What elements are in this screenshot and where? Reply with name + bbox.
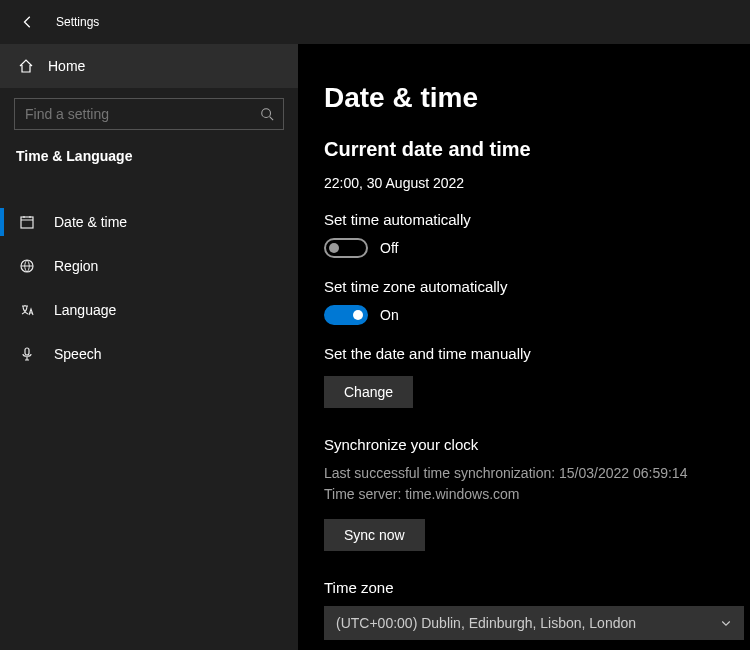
home-icon bbox=[18, 58, 34, 74]
globe-icon bbox=[18, 258, 36, 274]
page-title: Date & time bbox=[324, 82, 724, 114]
auto-time-label: Set time automatically bbox=[324, 211, 724, 228]
svg-point-0 bbox=[262, 109, 271, 118]
change-button[interactable]: Change bbox=[324, 376, 413, 408]
sidebar-home[interactable]: Home bbox=[0, 44, 298, 88]
sync-heading: Synchronize your clock bbox=[324, 436, 724, 453]
language-icon bbox=[18, 302, 36, 318]
titlebar: Settings bbox=[0, 0, 750, 44]
search-icon bbox=[260, 107, 274, 121]
manual-datetime-label: Set the date and time manually bbox=[324, 345, 724, 362]
auto-timezone-state: On bbox=[380, 307, 399, 323]
sidebar-item-region[interactable]: Region bbox=[0, 244, 298, 288]
chevron-down-icon bbox=[720, 617, 732, 629]
svg-rect-3 bbox=[25, 348, 29, 355]
auto-timezone-label: Set time zone automatically bbox=[324, 278, 724, 295]
current-datetime-value: 22:00, 30 August 2022 bbox=[324, 175, 724, 191]
sync-server: Time server: time.windows.com bbox=[324, 484, 724, 505]
timezone-select[interactable]: (UTC+00:00) Dublin, Edinburgh, Lisbon, L… bbox=[324, 606, 744, 640]
sidebar-item-label: Language bbox=[54, 302, 116, 318]
auto-timezone-toggle[interactable] bbox=[324, 305, 368, 325]
sidebar-section-label: Time & Language bbox=[0, 138, 298, 180]
sidebar: Home Time & Language Date & time Region bbox=[0, 44, 298, 650]
calendar-icon bbox=[18, 214, 36, 230]
microphone-icon bbox=[18, 346, 36, 362]
timezone-label: Time zone bbox=[324, 579, 724, 596]
auto-time-toggle[interactable] bbox=[324, 238, 368, 258]
sidebar-item-language[interactable]: Language bbox=[0, 288, 298, 332]
timezone-value: (UTC+00:00) Dublin, Edinburgh, Lisbon, L… bbox=[336, 615, 636, 631]
sidebar-item-date-time[interactable]: Date & time bbox=[0, 200, 298, 244]
sidebar-home-label: Home bbox=[48, 58, 85, 74]
main-content: Date & time Current date and time 22:00,… bbox=[298, 44, 750, 650]
svg-rect-1 bbox=[21, 217, 33, 228]
sidebar-item-speech[interactable]: Speech bbox=[0, 332, 298, 376]
search-input[interactable] bbox=[14, 98, 284, 130]
sidebar-item-label: Date & time bbox=[54, 214, 127, 230]
arrow-left-icon bbox=[21, 15, 35, 29]
sidebar-item-label: Speech bbox=[54, 346, 101, 362]
sync-now-button[interactable]: Sync now bbox=[324, 519, 425, 551]
sidebar-item-label: Region bbox=[54, 258, 98, 274]
auto-time-state: Off bbox=[380, 240, 398, 256]
back-button[interactable] bbox=[20, 14, 36, 30]
current-datetime-heading: Current date and time bbox=[324, 138, 724, 161]
app-title: Settings bbox=[56, 15, 99, 29]
sync-last: Last successful time synchronization: 15… bbox=[324, 463, 724, 484]
